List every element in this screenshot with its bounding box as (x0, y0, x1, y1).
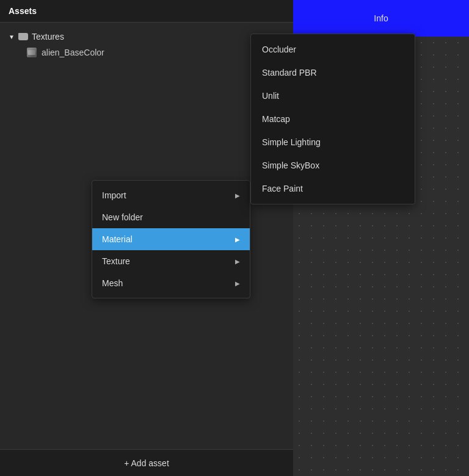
assets-title: Assets (9, 6, 37, 16)
material-item-face-paint[interactable]: Face Paint (251, 177, 415, 200)
submenu-arrow-icon: ▶ (235, 236, 240, 243)
material-item-label: Occluder (262, 45, 296, 54)
info-panel: Info (293, 0, 469, 37)
material-item-simple-skybox[interactable]: Simple SkyBox (251, 154, 415, 177)
add-asset-bar[interactable]: + Add asset (0, 449, 293, 476)
material-item-simple-lighting[interactable]: Simple Lighting (251, 131, 415, 154)
material-item-label: Simple Lighting (262, 137, 321, 147)
folder-icon (18, 33, 28, 40)
info-label: Info (374, 13, 388, 23)
folder-arrow: ▼ (9, 34, 15, 40)
menu-item-label: New folder (102, 212, 143, 222)
menu-item-mesh[interactable]: Mesh▶ (92, 272, 250, 294)
menu-item-new-folder[interactable]: New folder (92, 206, 250, 228)
material-item-standard-pbr[interactable]: Standard PBR (251, 61, 415, 84)
add-asset-label: + Add asset (124, 458, 169, 468)
material-item-label: Matcap (262, 114, 290, 124)
menu-item-label: Material (102, 234, 133, 244)
textures-folder[interactable]: ▼ Textures (0, 29, 293, 45)
context-menu-left: Import▶New folderMaterial▶Texture▶Mesh▶ (92, 180, 250, 298)
texture-item-label: alien_BaseColor (42, 48, 104, 57)
context-menu-right: OccluderStandard PBRUnlitMatcapSimple Li… (250, 34, 415, 204)
menu-item-label: Texture (102, 256, 130, 266)
folder-label: Textures (32, 32, 64, 41)
submenu-arrow-icon: ▶ (235, 280, 240, 287)
material-item-occluder[interactable]: Occluder (251, 38, 415, 61)
submenu-arrow-icon: ▶ (235, 192, 240, 199)
material-item-unlit[interactable]: Unlit (251, 84, 415, 107)
material-item-label: Simple SkyBox (262, 160, 319, 170)
material-item-label: Standard PBR (262, 68, 317, 78)
texture-item[interactable]: alien_BaseColor (0, 45, 293, 60)
material-item-label: Face Paint (262, 184, 303, 193)
submenu-arrow-icon: ▶ (235, 258, 240, 265)
menu-item-label: Import (102, 190, 126, 200)
menu-item-label: Mesh (102, 278, 123, 288)
material-item-label: Unlit (262, 91, 279, 101)
material-item-matcap[interactable]: Matcap (251, 107, 415, 131)
menu-item-material[interactable]: Material▶ (92, 228, 250, 250)
texture-icon (27, 48, 37, 57)
assets-header: Assets (0, 0, 293, 23)
menu-item-import[interactable]: Import▶ (92, 184, 250, 206)
menu-item-texture[interactable]: Texture▶ (92, 250, 250, 272)
